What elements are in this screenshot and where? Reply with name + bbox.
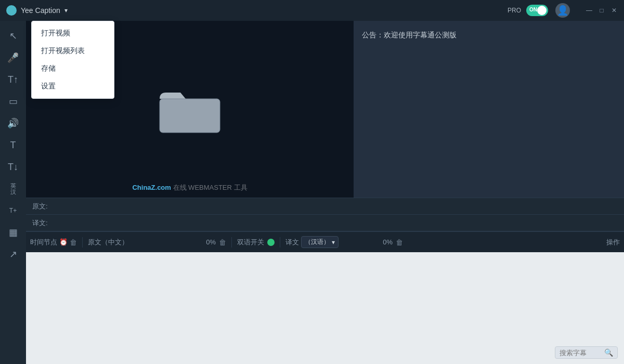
action-col: 操作 — [606, 238, 620, 247]
bilingual-tool[interactable]: 英 汉 — [3, 179, 23, 199]
crop-tool-icon: ▭ — [9, 96, 18, 107]
orig-label: 原文（中文） — [88, 238, 128, 247]
action-label: 操作 — [606, 238, 620, 246]
content-area: ChinaZ.com 在线 WEBMASTER 工具 公告：欢迎使用字幕通公测版… — [26, 21, 624, 364]
minimize-button[interactable]: — — [586, 7, 593, 14]
time-label: 时间节点 — [30, 238, 57, 247]
app-title: Yee Caption — [21, 6, 60, 15]
cursor-tool-icon: ↖ — [9, 30, 17, 42]
bilingual-label: 双语开关 — [237, 238, 264, 247]
user-avatar[interactable]: 👤 — [555, 3, 570, 18]
translation-label: 译文: — [32, 218, 53, 228]
dropdown-menu: 打开视频打开视频列表存储设置 — [31, 21, 114, 99]
toggle-on-label: ON — [529, 7, 537, 12]
text-tool[interactable]: T — [3, 135, 23, 155]
text2-tool[interactable]: T+ — [3, 201, 23, 220]
timeline-header: 时间节点 ⏰ 🗑 原文（中文） 0% 🗑 双语开关 译文 （汉语） ▾ — [26, 231, 624, 252]
divider-3 — [280, 237, 280, 248]
timeline-time-col: 时间节点 ⏰ 🗑 — [30, 238, 77, 247]
search-input[interactable] — [560, 349, 601, 357]
translation-caption-bar: 译文: — [26, 215, 624, 231]
source-caption-bar: 原文: — [26, 198, 624, 215]
text-small-tool[interactable]: T↓ — [3, 157, 23, 177]
mic-tool[interactable]: 🎤 — [3, 48, 23, 68]
announcement-text: 公告：欢迎使用字幕通公测版 — [362, 29, 616, 41]
watermark-description: 在线 WEBMASTER 工具 — [173, 184, 248, 191]
crop-tool[interactable]: ▭ — [3, 92, 23, 111]
search-icon: 🔍 — [604, 348, 613, 357]
toggle-wrap: ON — [526, 5, 548, 16]
chevron-down-icon: ▾ — [332, 239, 335, 246]
menu-item-settings[interactable]: 设置 — [32, 77, 114, 95]
folder-icon — [159, 83, 221, 135]
menu-item-save[interactable]: 存储 — [32, 60, 114, 77]
right-panel: 公告：欢迎使用字幕通公测版 — [354, 21, 624, 198]
divider-2 — [231, 237, 232, 248]
timeline-trans-col: 译文 （汉语） ▾ — [285, 236, 369, 248]
toggle-switch[interactable]: ON — [526, 5, 548, 16]
text-tool-icon: T — [10, 140, 16, 151]
titlebar: Yee Caption ▾ PRO ON 👤 — □ ✕ — [0, 0, 624, 21]
announcement-label: 公告： — [362, 31, 384, 39]
voice-tool-icon: 🔊 — [7, 118, 19, 129]
cursor-tool[interactable]: ↖ — [3, 26, 23, 46]
delete-time-icon[interactable]: 🗑 — [70, 238, 77, 246]
text-size-tool[interactable]: T↑ — [3, 70, 23, 89]
top-section: ChinaZ.com 在线 WEBMASTER 工具 公告：欢迎使用字幕通公测版 — [26, 21, 624, 198]
trans-lang: （汉语） — [305, 238, 330, 246]
announcement-content: 欢迎使用字幕通公测版 — [384, 31, 457, 39]
close-button[interactable]: ✕ — [610, 7, 618, 14]
folder-icon-wrap — [159, 83, 221, 135]
language-selector[interactable]: （汉语） ▾ — [301, 236, 339, 248]
svg-rect-0 — [160, 99, 220, 133]
maximize-button[interactable]: □ — [598, 7, 605, 14]
list-area[interactable] — [26, 252, 624, 364]
voice-tool[interactable]: 🔊 — [3, 113, 23, 133]
sidebar: ↖🎤T↑▭🔊TT↓英 汉T+▦↗ — [0, 21, 26, 364]
bilingual-dot[interactable] — [267, 239, 275, 246]
menu-item-open-video-list[interactable]: 打开视频列表 — [32, 42, 114, 60]
clock-icon[interactable]: ⏰ — [59, 238, 68, 246]
caption-bars: 原文: 译文: — [26, 198, 624, 231]
film-tool-icon: ▦ — [9, 227, 18, 238]
delete-trans-icon[interactable]: 🗑 — [396, 238, 403, 246]
divider-1 — [82, 237, 83, 248]
menu-dropdown-arrow[interactable]: ▾ — [64, 7, 68, 14]
mic-tool-icon: 🎤 — [7, 52, 19, 63]
trans-label: 译文 — [285, 238, 299, 247]
text-size-tool-icon: T↑ — [8, 74, 18, 85]
bilingual-col: 双语开关 — [237, 238, 275, 247]
text-small-tool-icon: T↓ — [8, 162, 18, 173]
orig-pct: 0% — [195, 238, 216, 246]
trans-pct: 0% — [372, 238, 393, 246]
watermark: ChinaZ.com 在线 WEBMASTER 工具 — [132, 183, 247, 192]
bilingual-tool-icon: 英 汉 — [10, 183, 16, 195]
search-box: 🔍 — [555, 346, 618, 359]
film-tool[interactable]: ▦ — [3, 223, 23, 242]
watermark-site: ChinaZ.com — [132, 184, 171, 191]
share-tool-icon: ↗ — [9, 249, 17, 260]
source-label: 原文: — [32, 202, 53, 211]
text2-tool-icon: T+ — [9, 207, 17, 214]
pro-badge: PRO — [508, 7, 521, 14]
share-tool[interactable]: ↗ — [3, 244, 23, 264]
user-icon: 👤 — [557, 5, 568, 16]
search-box-wrap: 🔍 — [555, 346, 618, 359]
delete-orig-icon[interactable]: 🗑 — [219, 238, 226, 246]
menu-item-open-video[interactable]: 打开视频 — [32, 24, 114, 42]
app-logo — [6, 5, 17, 16]
timeline-orig-col: 原文（中文） — [88, 238, 192, 247]
